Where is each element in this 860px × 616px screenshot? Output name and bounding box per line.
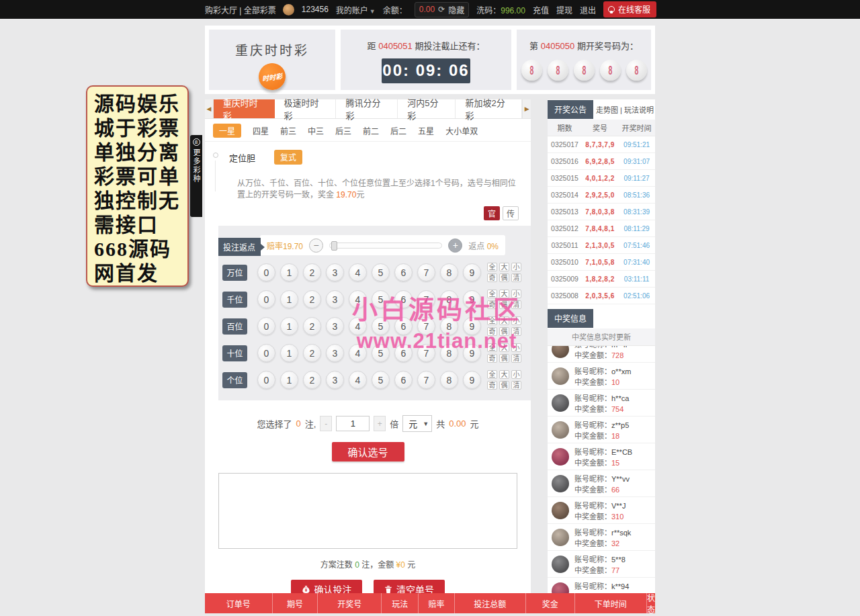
- number-ball-5[interactable]: 5: [372, 371, 390, 389]
- refresh-icon[interactable]: ⟳: [438, 5, 445, 14]
- traditional-button[interactable]: 传: [503, 206, 519, 220]
- playgroup-tab-0[interactable]: 一星: [213, 124, 241, 138]
- tab-lottery-4[interactable]: 新加坡2分彩: [456, 99, 522, 118]
- quick-pick-全[interactable]: 全: [487, 290, 497, 298]
- currency-unit-select[interactable]: 元▼: [402, 415, 432, 432]
- recharge-link[interactable]: 充值: [533, 4, 549, 15]
- hide-balance-button[interactable]: 隐藏: [448, 4, 464, 15]
- number-ball-7[interactable]: 7: [417, 263, 435, 281]
- quick-pick-小[interactable]: 小: [511, 343, 521, 352]
- number-ball-4[interactable]: 4: [349, 371, 367, 389]
- number-ball-4[interactable]: 4: [349, 344, 367, 362]
- online-service-button[interactable]: 在线客服: [603, 1, 656, 17]
- quick-pick-偶[interactable]: 偶: [499, 327, 509, 336]
- quick-pick-小[interactable]: 小: [511, 370, 521, 379]
- number-ball-0[interactable]: 0: [257, 371, 275, 389]
- number-ball-7[interactable]: 7: [417, 344, 435, 362]
- slider-handle[interactable]: [331, 241, 337, 251]
- announce-title-button[interactable]: 开奖公告: [548, 100, 593, 119]
- number-ball-3[interactable]: 3: [326, 263, 344, 281]
- rebate-minus-button[interactable]: −: [309, 238, 323, 253]
- number-ball-2[interactable]: 2: [303, 344, 321, 362]
- quick-pick-偶[interactable]: 偶: [499, 381, 509, 390]
- official-button[interactable]: 官: [484, 206, 500, 220]
- number-ball-9[interactable]: 9: [463, 344, 481, 362]
- quick-pick-奇[interactable]: 奇: [487, 381, 497, 390]
- trend-rules-links[interactable]: 走势图 | 玩法说明: [596, 104, 654, 115]
- quick-pick-小[interactable]: 小: [511, 316, 521, 325]
- number-ball-0[interactable]: 0: [257, 317, 275, 335]
- number-ball-8[interactable]: 8: [440, 290, 458, 308]
- tab-lottery-1[interactable]: 极速时时彩: [275, 99, 337, 118]
- number-ball-3[interactable]: 3: [326, 344, 344, 362]
- playgroup-tab-6[interactable]: 后二: [390, 125, 406, 136]
- number-ball-5[interactable]: 5: [372, 263, 390, 281]
- tab-lottery-0[interactable]: 重庆时时彩: [214, 99, 275, 118]
- playgroup-tab-2[interactable]: 前三: [280, 125, 296, 136]
- number-ball-1[interactable]: 1: [280, 263, 298, 281]
- bet-slip-textarea[interactable]: [218, 473, 517, 549]
- tabs-scroll-left-icon[interactable]: ◀: [205, 99, 214, 118]
- quick-pick-奇[interactable]: 奇: [487, 300, 497, 309]
- number-ball-7[interactable]: 7: [417, 371, 435, 389]
- number-ball-1[interactable]: 1: [280, 344, 298, 362]
- quick-pick-全[interactable]: 全: [487, 370, 497, 379]
- tab-lottery-2[interactable]: 腾讯分分彩: [336, 99, 398, 118]
- multiplier-minus-button[interactable]: -: [320, 416, 332, 431]
- number-ball-3[interactable]: 3: [326, 317, 344, 335]
- more-lotteries-tab[interactable]: 8 更多彩种: [190, 135, 202, 217]
- number-ball-0[interactable]: 0: [257, 263, 275, 281]
- number-ball-2[interactable]: 2: [303, 317, 321, 335]
- quick-pick-大[interactable]: 大: [499, 316, 509, 325]
- number-ball-8[interactable]: 8: [440, 263, 458, 281]
- quick-pick-大[interactable]: 大: [499, 343, 509, 352]
- quick-pick-大[interactable]: 大: [499, 263, 509, 271]
- number-ball-1[interactable]: 1: [280, 371, 298, 389]
- quick-pick-偶[interactable]: 偶: [499, 300, 509, 309]
- number-ball-5[interactable]: 5: [372, 344, 390, 362]
- multiplier-input[interactable]: [336, 416, 370, 431]
- logout-link[interactable]: 退出: [580, 4, 596, 15]
- number-ball-1[interactable]: 1: [280, 317, 298, 335]
- playgroup-tab-3[interactable]: 中三: [308, 125, 324, 136]
- playgroup-tab-8[interactable]: 大小单双: [445, 125, 478, 136]
- quick-pick-大[interactable]: 大: [499, 370, 509, 379]
- nav-lottery-hall[interactable]: 购彩大厅 | 全部彩票: [205, 4, 276, 15]
- winners-title-button[interactable]: 中奖信息: [548, 309, 593, 328]
- number-ball-8[interactable]: 8: [440, 371, 458, 389]
- quick-pick-奇[interactable]: 奇: [487, 273, 497, 282]
- quick-pick-全[interactable]: 全: [487, 263, 497, 271]
- number-ball-6[interactable]: 6: [394, 371, 413, 389]
- quick-pick-全[interactable]: 全: [487, 343, 497, 352]
- quick-pick-清[interactable]: 清: [511, 273, 521, 282]
- quick-pick-清[interactable]: 清: [511, 354, 521, 363]
- quick-pick-小[interactable]: 小: [511, 263, 521, 271]
- multiplier-plus-button[interactable]: +: [374, 416, 386, 431]
- number-ball-1[interactable]: 1: [280, 290, 298, 308]
- number-ball-3[interactable]: 3: [326, 371, 344, 389]
- number-ball-7[interactable]: 7: [417, 317, 435, 335]
- number-ball-2[interactable]: 2: [303, 371, 321, 389]
- tab-lottery-3[interactable]: 河内5分彩: [398, 99, 456, 118]
- quick-pick-大[interactable]: 大: [499, 290, 509, 298]
- number-ball-6[interactable]: 6: [394, 317, 413, 335]
- tabs-scroll-right-icon[interactable]: ▶: [522, 99, 531, 118]
- number-ball-5[interactable]: 5: [372, 317, 390, 335]
- quick-pick-清[interactable]: 清: [511, 300, 521, 309]
- quick-pick-奇[interactable]: 奇: [487, 354, 497, 363]
- number-ball-9[interactable]: 9: [463, 290, 481, 308]
- number-ball-7[interactable]: 7: [417, 290, 435, 308]
- playgroup-tab-5[interactable]: 前二: [363, 125, 379, 136]
- rebate-plus-button[interactable]: +: [448, 238, 462, 253]
- withdraw-link[interactable]: 提现: [556, 4, 572, 15]
- rebate-slider[interactable]: [329, 243, 442, 249]
- number-ball-3[interactable]: 3: [326, 290, 344, 308]
- number-ball-0[interactable]: 0: [257, 344, 275, 362]
- playgroup-tab-7[interactable]: 五星: [418, 125, 434, 136]
- mode-badge[interactable]: 复式: [274, 150, 302, 165]
- quick-pick-偶[interactable]: 偶: [499, 273, 509, 282]
- number-ball-4[interactable]: 4: [349, 263, 367, 281]
- number-ball-8[interactable]: 8: [440, 317, 458, 335]
- number-ball-2[interactable]: 2: [303, 290, 321, 308]
- playgroup-tab-1[interactable]: 四星: [253, 125, 269, 136]
